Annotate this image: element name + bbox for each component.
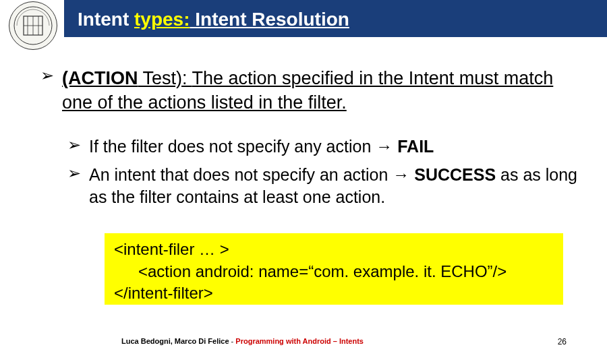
footer-separator: -	[229, 337, 236, 345]
arrow-bullet-icon: ➢	[67, 135, 81, 155]
slide-footer: Luca Bedogni, Marco Di Felice - Programm…	[0, 337, 607, 351]
slide-content: ➢ (ACTION Test): The action specified in…	[0, 46, 607, 305]
code-example-box: <intent-filer … > <action android: name=…	[105, 233, 563, 305]
footer-credits: Luca Bedogni, Marco Di Felice - Programm…	[121, 337, 364, 345]
footer-authors: Luca Bedogni, Marco Di Felice	[121, 337, 229, 345]
arrow-bullet-icon: ➢	[40, 66, 54, 86]
page-number: 26	[558, 337, 567, 346]
sub-bullet-row: ➢ An intent that does not specify an act…	[67, 164, 580, 210]
seal-icon	[13, 5, 53, 46]
footer-subtitle: Programming with Android – Intents	[235, 337, 364, 345]
title-prefix: Intent	[78, 9, 134, 30]
sub-bullet-pre: An intent that does not specify an actio…	[89, 165, 393, 184]
code-line: <intent-filer … >	[114, 239, 554, 260]
title-suffix: Intent Resolution	[190, 9, 349, 30]
university-seal-logo	[9, 1, 57, 50]
sub-bullet-strong: FAIL	[393, 137, 434, 156]
action-test-suffix: Test):	[138, 68, 192, 88]
sub-bullet-row: ➢ If the filter does not specify any act…	[67, 135, 580, 158]
sub-bullet-strong: SUCCESS	[409, 165, 496, 184]
arrow-icon: →	[376, 137, 393, 156]
title-highlight: types:	[134, 9, 190, 30]
sub-bullet-text: If the filter does not specify any actio…	[89, 135, 434, 158]
code-line: </intent-filter>	[114, 282, 554, 304]
sub-bullet-list: ➢ If the filter does not specify any act…	[67, 135, 580, 209]
main-bullet-row: ➢ (ACTION Test): The action specified in…	[40, 66, 580, 115]
arrow-bullet-icon: ➢	[67, 164, 81, 183]
slide-header: Intent types: Intent Resolution	[0, 0, 607, 46]
code-line: <action android: name=“com. example. it.…	[114, 261, 554, 282]
slide-title: Intent types: Intent Resolution	[78, 9, 349, 30]
main-bullet-text: (ACTION Test): The action specified in t…	[62, 66, 580, 115]
arrow-icon: →	[393, 165, 409, 184]
action-test-label: (ACTION	[62, 68, 138, 88]
sub-bullet-pre: If the filter does not specify any actio…	[89, 137, 376, 156]
sub-bullet-text: An intent that does not specify an actio…	[89, 164, 580, 210]
